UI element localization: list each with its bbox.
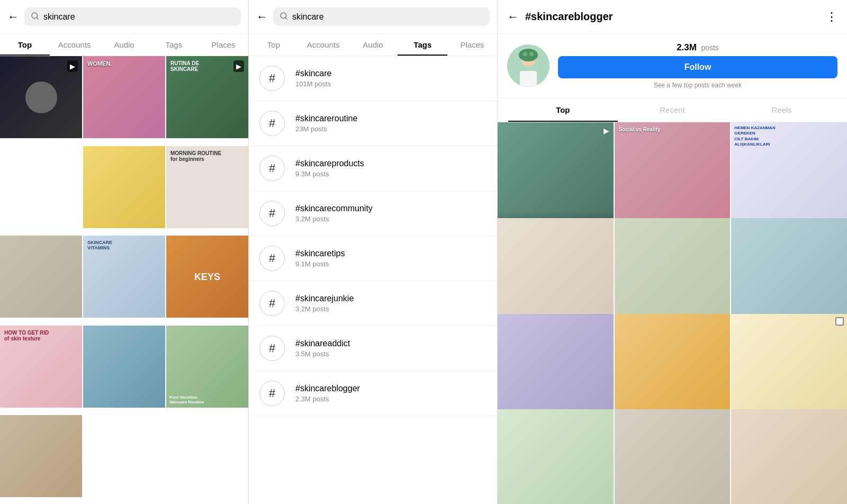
right-cell-12[interactable] [731, 409, 847, 504]
video-badge-3: ▶ [233, 60, 244, 72]
left-header: ← skincare [0, 0, 248, 34]
tab-accounts-left[interactable]: Accounts [50, 34, 100, 56]
video-icon: ▶ [70, 62, 75, 70]
tab-top-left[interactable]: Top [0, 34, 50, 56]
tag-name-3: #skincarecommunity [295, 204, 373, 213]
tab-places-mid[interactable]: Places [447, 34, 497, 56]
grid-cell-9[interactable]: HOW TO GET RIDof skin texture [0, 326, 82, 408]
tag-info-4: #skincaretips 9.1M posts [295, 249, 345, 268]
hash-icon-6: # [259, 336, 285, 361]
svg-line-1 [37, 17, 38, 19]
grid-cell-1[interactable]: ▶ [0, 56, 82, 138]
profile-section: 2.3M posts Follow See a few top posts ea… [498, 34, 847, 98]
tab-top-mid[interactable]: Top [249, 34, 299, 56]
grid-cell-5[interactable]: MORNING ROUTINEfor beginners [166, 146, 248, 228]
tag-name-6: #skinareaddict [295, 339, 350, 348]
tabs-mid: Top Accounts Audio Tags Places [249, 34, 497, 56]
tag-info-0: #skincare 101M posts [295, 69, 331, 88]
video-badge: ▶ [67, 60, 78, 72]
more-options-icon[interactable]: ⋮ [826, 10, 837, 24]
grid-cell-11-text: Post VacationSkincare Routine [169, 395, 204, 404]
hash-icon-3: # [259, 201, 285, 226]
search-value-left: skincare [43, 12, 75, 22]
tag-item-7[interactable]: # #skincareblogger 2.3M posts [249, 371, 497, 416]
tab-tags-mid[interactable]: Tags [398, 34, 447, 56]
grid-cell-7[interactable]: SKINCAREVITAMINS [83, 236, 165, 318]
tag-count-3: 3.2M posts [295, 215, 373, 223]
grid-cell-10[interactable] [83, 326, 165, 408]
grid-cell-4[interactable] [83, 146, 165, 228]
tag-item-2[interactable]: # #skincareproducts 9.3M posts [249, 146, 497, 191]
tag-item-1[interactable]: # #skincareroutine 23M posts [249, 101, 497, 146]
posts-count: 2.3M [677, 42, 697, 52]
search-bar-left[interactable]: skincare [24, 7, 241, 26]
back-button[interactable]: ← [7, 10, 19, 24]
tag-info-5: #skincarejunkie 3.2M posts [295, 294, 354, 313]
tag-info-7: #skincareblogger 2.3M posts [295, 384, 360, 403]
tag-item-6[interactable]: # #skinareaddict 3.5M posts [249, 326, 497, 371]
follow-button[interactable]: Follow [558, 56, 837, 78]
svg-point-7 [519, 49, 538, 61]
hash-icon-1: # [259, 111, 285, 136]
grid-cell-7-text: SKINCAREVITAMINS [87, 240, 112, 250]
video-play-1: ▶ [603, 127, 609, 135]
tag-name-7: #skincareblogger [295, 384, 360, 393]
right-header-left: ← #skincareblogger [507, 10, 613, 24]
avatar [507, 44, 549, 87]
tab-audio-left[interactable]: Audio [100, 34, 149, 56]
tab-tags-left[interactable]: Tags [149, 34, 199, 56]
tag-item-3[interactable]: # #skincarecommunity 3.2M posts [249, 191, 497, 236]
tab-audio-mid[interactable]: Audio [348, 34, 398, 56]
tabs-left: Top Accounts Audio Tags Places [0, 34, 248, 56]
svg-point-8 [523, 52, 527, 56]
tag-item-5[interactable]: # #skincarejunkie 3.2M posts [249, 281, 497, 326]
tab-accounts-mid[interactable]: Accounts [299, 34, 348, 56]
right-cell-2-text: Social vs Reality [619, 127, 661, 132]
right-cell-3-text: HEMEN KAZANMANGEREKENCİLT BAKIMALIŞKANLI… [734, 125, 844, 148]
profile-right-section: 2.3M posts Follow See a few top posts ea… [558, 42, 837, 89]
grid-cell-8[interactable]: KEYS [166, 236, 248, 318]
grid-cell-5-text: MORNING ROUTINEfor beginners [170, 150, 221, 162]
see-posts-text: See a few top posts each week [558, 82, 837, 89]
tag-item-0[interactable]: # #skincare 101M posts [249, 56, 497, 101]
tag-count-1: 23M posts [295, 125, 357, 133]
back-button-right[interactable]: ← [507, 10, 519, 24]
posts-label: posts [701, 43, 718, 52]
grid-cell-2-text: WOMEN. [87, 60, 112, 134]
svg-line-3 [285, 17, 287, 19]
posts-info: 2.3M posts [558, 42, 837, 53]
grid-cell-3-text: RUTINA DESKINCARE [170, 60, 199, 72]
grid-cell-3[interactable]: ▶ RUTINA DESKINCARE [166, 56, 248, 138]
tab-places-left[interactable]: Places [199, 34, 248, 56]
back-button-mid[interactable]: ← [256, 10, 268, 24]
search-value-mid: skincare [292, 12, 324, 22]
search-bar-mid[interactable]: skincare [273, 7, 490, 26]
svg-rect-6 [520, 71, 537, 87]
tag-name-0: #skincare [295, 69, 331, 78]
tag-info-6: #skinareaddict 3.5M posts [295, 339, 350, 358]
grid-cell-12[interactable] [0, 415, 82, 497]
search-icon [31, 12, 39, 22]
grid-cell-11[interactable]: Post VacationSkincare Routine [166, 326, 248, 408]
tab-top-right[interactable]: Top [508, 98, 618, 122]
right-cell-10[interactable]: Beauty of JoseonGlow Deep Serum [498, 409, 614, 504]
tag-info-3: #skincarecommunity 3.2M posts [295, 204, 373, 223]
tab-reels-right[interactable]: Reels [727, 98, 836, 122]
tag-name-1: #skincareroutine [295, 114, 357, 123]
right-cell-11[interactable] [615, 409, 731, 504]
tag-count-5: 3.2M posts [295, 305, 354, 313]
tag-count-7: 2.3M posts [295, 395, 360, 403]
grid-cell-2[interactable]: WOMEN. [83, 56, 165, 138]
tag-item-4[interactable]: # #skincaretips 9.1M posts [249, 236, 497, 281]
tag-list: # #skincare 101M posts # #skincareroutin… [249, 56, 497, 504]
right-image-grid: ▶ Hydrating Tonersfor Oily Skin 💦 Social… [498, 122, 847, 504]
right-panel-title: #skincareblogger [525, 11, 613, 23]
tag-name-4: #skincaretips [295, 249, 345, 258]
hash-icon-7: # [259, 381, 285, 406]
right-panel-body: 2.3M posts Follow See a few top posts ea… [498, 34, 847, 504]
right-tabs: Top Recent Reels [498, 98, 847, 122]
tab-recent-right[interactable]: Recent [618, 98, 727, 122]
svg-point-9 [529, 52, 534, 56]
grid-cell-6[interactable] [0, 236, 82, 318]
hash-icon-2: # [259, 156, 285, 181]
